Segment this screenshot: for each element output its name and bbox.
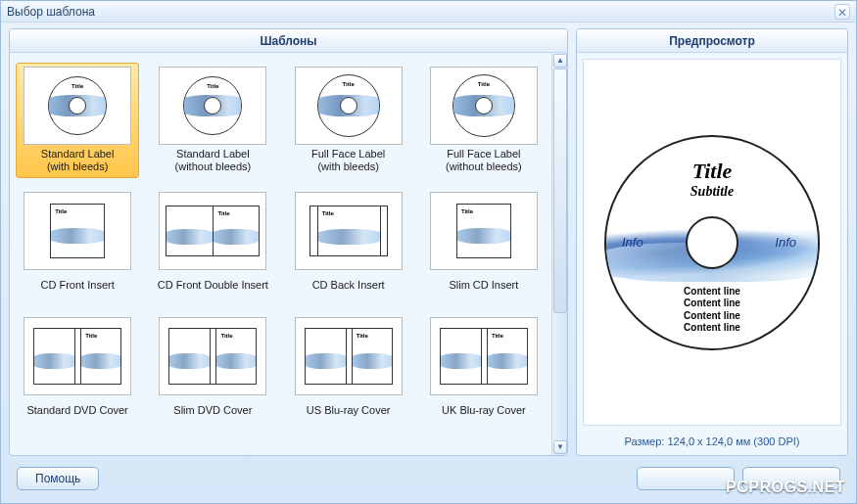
template-label: US Blu-ray Cover — [307, 397, 391, 425]
window-title: Выбор шаблона — [7, 5, 95, 19]
template-thumb: Title — [430, 317, 538, 395]
preview-subtitle: Subtitle — [606, 184, 818, 200]
titlebar: Выбор шаблона ✕ — [1, 1, 856, 23]
preview-header: Предпросмотр — [577, 29, 847, 53]
template-thumb: Title — [159, 67, 266, 145]
template-thumb: Title — [159, 192, 266, 270]
templates-scroll-area: TitleStandard Label (with bleeds)TitleSt… — [10, 53, 551, 455]
preview-panel: Предпросмотр Title Subtitle Info Info Co… — [576, 28, 848, 456]
templates-header: Шаблоны — [10, 29, 567, 53]
scroll-down-icon[interactable]: ▼ — [553, 440, 567, 454]
template-label: Slim CD Insert — [449, 272, 518, 299]
template-thumb: Title — [24, 67, 131, 145]
dialog-window: Выбор шаблона ✕ Шаблоны TitleStandard La… — [0, 0, 857, 504]
template-item[interactable]: TitleCD Front Double Insert — [151, 188, 274, 303]
template-item[interactable]: TitleStandard Label (without bleeds) — [151, 63, 274, 178]
template-label: Standard Label (without bleeds) — [175, 147, 252, 174]
template-item[interactable]: TitleFull Face Label (without bleeds) — [422, 63, 546, 178]
template-label: Standard Label (with bleeds) — [41, 147, 115, 174]
template-label: Standard DVD Cover — [26, 397, 127, 425]
template-label: CD Front Double Insert — [158, 272, 268, 299]
template-thumb: Title — [430, 192, 538, 270]
scroll-thumb[interactable] — [553, 69, 567, 313]
template-label: UK Blu-ray Cover — [442, 397, 526, 425]
ok-button[interactable] — [637, 467, 735, 490]
template-thumb: Title — [295, 67, 403, 145]
template-thumb: Title — [24, 192, 131, 270]
template-label: Slim DVD Cover — [173, 397, 252, 425]
template-thumb: Title — [295, 192, 403, 270]
template-grid: TitleStandard Label (with bleeds)TitleSt… — [16, 63, 546, 429]
preview-size-text: Размер: 124,0 x 124,0 мм (300 DPI) — [577, 432, 847, 455]
template-item[interactable]: TitleStandard Label (with bleeds) — [16, 63, 139, 178]
templates-body: TitleStandard Label (with bleeds)TitleSt… — [10, 53, 567, 455]
template-item[interactable]: TitleStandard DVD Cover — [16, 313, 139, 429]
preview-content-lines: Content lineContent lineContent lineCont… — [606, 286, 818, 335]
close-icon[interactable]: ✕ — [834, 4, 850, 20]
watermark: PCPROGS.NET — [726, 479, 845, 496]
bottom-bar: Помощь — [9, 462, 848, 495]
preview-info-left: Info — [622, 235, 643, 250]
content-line: Content line — [606, 286, 818, 298]
template-item[interactable]: TitleSlim CD Insert — [422, 188, 546, 303]
template-item[interactable]: TitleUS Blu-ray Cover — [287, 313, 410, 429]
template-item[interactable]: TitleCD Back Insert — [287, 188, 410, 303]
template-label: CD Front Insert — [41, 272, 115, 299]
preview-disc: Title Subtitle Info Info Content lineCon… — [604, 135, 820, 350]
panels-row: Шаблоны TitleStandard Label (with bleeds… — [9, 28, 848, 456]
template-thumb: Title — [430, 67, 538, 145]
preview-body: Title Subtitle Info Info Content lineCon… — [583, 59, 841, 426]
template-label: Full Face Label (with bleeds) — [311, 147, 385, 174]
scroll-up-icon[interactable]: ▲ — [553, 54, 567, 68]
template-thumb: Title — [24, 317, 131, 395]
template-item[interactable]: TitleSlim DVD Cover — [151, 313, 274, 429]
content-line: Content line — [606, 322, 818, 335]
template-label: CD Back Insert — [312, 272, 385, 299]
template-item[interactable]: TitleFull Face Label (with bleeds) — [287, 63, 410, 178]
scrollbar[interactable]: ▲ ▼ — [551, 53, 567, 455]
content-line: Content line — [606, 310, 818, 323]
content-line: Content line — [606, 298, 818, 310]
template-thumb: Title — [159, 317, 266, 395]
content-area: Шаблоны TitleStandard Label (with bleeds… — [1, 23, 856, 503]
templates-panel: Шаблоны TitleStandard Label (with bleeds… — [9, 28, 568, 456]
template-label: Full Face Label (without bleeds) — [446, 147, 522, 174]
preview-title: Title — [606, 159, 818, 184]
help-button[interactable]: Помощь — [17, 467, 99, 490]
template-item[interactable]: TitleCD Front Insert — [16, 188, 139, 303]
preview-info-right: Info — [775, 235, 796, 250]
template-item[interactable]: TitleUK Blu-ray Cover — [422, 313, 546, 429]
template-thumb: Title — [295, 317, 403, 395]
